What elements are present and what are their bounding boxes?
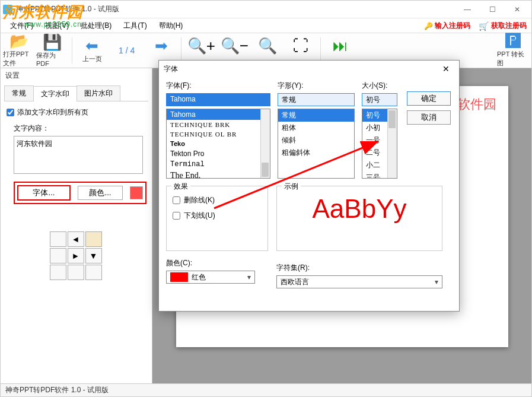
window-title: 神奇PPT转PDF软件 1.0 - 试用版 [16,4,455,14]
pos-bl[interactable] [50,265,66,280]
enter-reg-code-link[interactable]: 🔑 输入注册码 [424,21,470,31]
menu-batch[interactable]: 批处理(B) [75,19,117,33]
style-input[interactable]: 常规 [278,93,355,106]
prev-page-button[interactable]: ⬅ 上一页 [76,34,108,67]
menu-help[interactable]: 帮助(H) [153,19,189,33]
enter-reg-code-label: 输入注册码 [435,21,470,31]
pos-br[interactable] [85,265,102,280]
underline-checkbox[interactable] [173,212,180,220]
style-item[interactable]: 常规 [278,109,354,122]
font-input[interactable]: Tahoma [166,93,270,106]
font-item[interactable]: TECHNIQUE BRK [167,120,270,129]
size-list[interactable]: 初号 小初 一号 二号 小二 三号 [362,109,397,179]
pos-ml[interactable] [50,248,66,263]
color-button[interactable]: 颜色... [78,186,123,200]
size-list-scrollbar[interactable] [387,109,397,178]
app-icon [3,5,12,14]
zoom-out-icon: 🔍− [221,38,249,53]
add-text-wm-checkbox[interactable] [7,109,14,116]
font-list-scrollbar[interactable] [260,109,270,178]
pos-mr[interactable]: ▼ [85,248,102,263]
ok-button[interactable]: 确定 [407,91,451,106]
folder-open-icon: 📂 [9,33,28,49]
font-item[interactable]: The End. [167,170,270,179]
ppt-long-image-button[interactable]: 🅿 PPT 转长图 [497,34,529,67]
effect-title: 效果 [171,182,190,192]
status-text: 神奇PPT转PDF软件 1.0 - 试用版 [5,385,109,395]
font-dialog: 字体 ✕ 字体(F): Tahoma Tahoma TECHNIQUE BRK … [158,60,460,312]
maximize-button[interactable]: ☐ [480,2,504,17]
open-ppt-button[interactable]: 📂 打开PPT文件 [3,34,35,67]
style-label: 字形(Y): [278,81,355,91]
style-item[interactable]: 倾斜 [278,134,354,147]
charset-select[interactable]: 西欧语言 ▾ [276,275,442,288]
dialog-title: 字体 [164,64,178,74]
pos-bc[interactable] [68,265,84,280]
menu-file[interactable]: 文件(F) [4,19,39,33]
color-name: 红色 [192,272,206,282]
font-color-highlight: 字体... 颜色... [14,182,146,204]
font-item[interactable]: TECHNIQUE OL BR [167,129,270,139]
pos-tr[interactable] [85,231,102,247]
zoom-in-icon: 🔍+ [187,38,215,53]
content-label: 文字内容： [1,120,152,136]
charset-label: 字符集(R): [276,263,442,273]
color-swatch[interactable] [130,186,143,199]
watermark-text-input[interactable] [14,136,143,174]
settings-panel: 设置 常规 文字水印 图片水印 添加文字水印到所有页 文字内容： 字体... 颜… [1,68,152,383]
menu-view[interactable]: 视图(V) [39,19,75,33]
save-icon: 💾 [43,34,62,50]
add-text-wm-label: 添加文字水印到所有页 [17,107,88,117]
font-list[interactable]: Tahoma TECHNIQUE BRK TECHNIQUE OL BR Tek… [166,109,270,179]
tab-image-watermark[interactable]: 图片水印 [77,85,120,101]
sample-group: 示例 AaBbYy [276,186,442,251]
minimize-button[interactable]: — [455,2,479,17]
statusbar: 神奇PPT转PDF软件 1.0 - 试用版 [1,383,531,396]
arrow-right-icon: ➡ [155,38,168,53]
tab-text-watermark[interactable]: 文字水印 [33,86,77,101]
underline-label: 下划线(U) [184,211,215,221]
pos-mc[interactable]: ► [68,248,84,263]
cancel-button[interactable]: 取消 [407,110,451,125]
pos-tc[interactable]: ◄ [68,231,84,247]
chevron-down-icon: ▾ [244,273,254,281]
cart-icon: 🛒 [479,21,489,31]
style-item[interactable]: 粗体 [278,122,354,134]
page-indicator: 1 / 4 [109,46,144,55]
page-icon: 🅿 [505,33,521,49]
dialog-close-button[interactable]: ✕ [438,62,454,75]
effect-group: 效果 删除线(K) 下划线(U) [166,186,268,251]
pos-tl[interactable] [50,231,66,247]
font-label: 字体(F): [166,81,270,91]
menu-tools[interactable]: 工具(T) [117,19,152,33]
key-icon: 🔑 [424,22,432,30]
position-grid: ◄ ► ▼ [50,231,103,280]
titlebar: 神奇PPT转PDF软件 1.0 - 试用版 — ☐ ✕ [1,1,531,18]
get-reg-code-link[interactable]: 🛒 获取注册码 [479,21,527,31]
strike-checkbox[interactable] [173,196,180,204]
style-list[interactable]: 常规 粗体 倾斜 粗偏斜体 [278,109,355,179]
font-item[interactable]: Terminal [167,159,270,170]
sample-text: AaBbYy [283,192,436,222]
magnifier-icon: 🔍 [258,38,277,53]
sample-title: 示例 [282,182,301,192]
font-item[interactable]: Tahoma [167,109,270,120]
settings-title: 设置 [1,68,152,83]
font-item[interactable]: Tekton Pro [167,148,270,159]
play-icon: ⏭ [333,38,348,53]
close-button[interactable]: ✕ [505,2,529,17]
color-label: 颜色(C): [166,259,192,267]
save-pdf-button[interactable]: 💾 保存为PDF [36,34,68,67]
style-item[interactable]: 粗偏斜体 [278,147,354,159]
settings-tabs: 常规 文字水印 图片水印 [4,85,148,101]
size-input[interactable]: 初号 [362,93,397,106]
font-button[interactable]: 字体... [17,185,71,201]
expand-icon: ⛶ [293,38,308,53]
menubar: 文件(F) 视图(V) 批处理(B) 工具(T) 帮助(H) 🔑 输入注册码 🛒… [1,18,531,33]
chevron-down-icon: ▾ [435,278,438,286]
get-reg-code-label: 获取注册码 [491,21,527,31]
arrow-left-icon: ⬅ [85,38,98,53]
tab-general[interactable]: 常规 [4,85,34,101]
font-item[interactable]: Teko [167,139,270,148]
color-select[interactable]: 红色 ▾ [166,271,255,284]
